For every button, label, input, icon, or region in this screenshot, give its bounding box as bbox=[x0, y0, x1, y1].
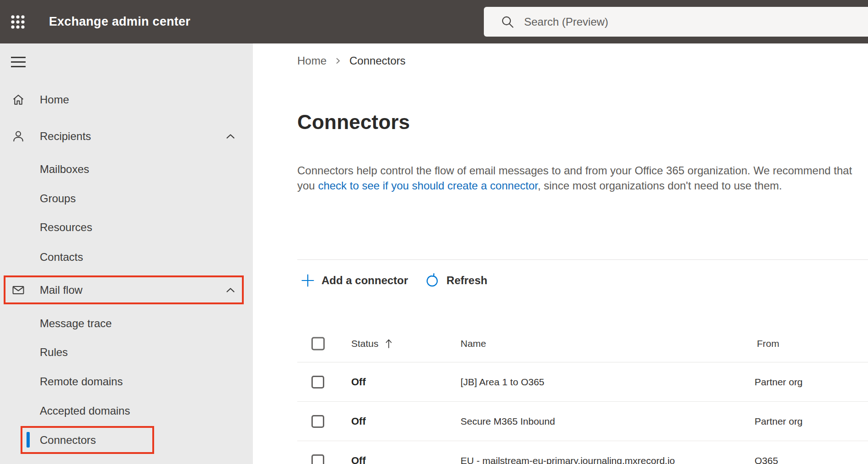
sidebar-item-resources[interactable]: Resources bbox=[0, 213, 253, 242]
sidebar-item-remote-domains[interactable]: Remote domains bbox=[0, 367, 253, 396]
sort-ascending-icon bbox=[385, 338, 393, 350]
search-box[interactable] bbox=[484, 7, 868, 37]
sidebar-item-rules[interactable]: Rules bbox=[0, 338, 253, 367]
sidebar-item-label: Rules bbox=[40, 346, 68, 359]
toolbar-divider bbox=[297, 259, 868, 260]
mail-icon bbox=[11, 283, 26, 297]
sidebar-item-label: Message trace bbox=[40, 317, 112, 330]
sidebar-item-label: Mail flow bbox=[40, 284, 82, 297]
row-checkbox[interactable] bbox=[311, 376, 324, 388]
column-header-name[interactable]: Name bbox=[461, 338, 486, 349]
page-title: Connectors bbox=[297, 111, 410, 134]
status-header-label: Status bbox=[351, 338, 379, 349]
sidebar-item-recipients[interactable]: Recipients bbox=[0, 122, 253, 151]
breadcrumb-current: Connectors bbox=[349, 53, 406, 68]
select-all-checkbox[interactable] bbox=[311, 337, 325, 350]
row-checkbox[interactable] bbox=[311, 415, 324, 428]
home-icon bbox=[11, 92, 26, 107]
add-connector-button[interactable]: Add a connector bbox=[300, 273, 408, 288]
sidebar-item-label: Connectors bbox=[40, 434, 96, 447]
top-app-bar: Exchange admin center bbox=[0, 0, 868, 43]
sidebar-item-label: Home bbox=[40, 93, 69, 106]
waffle-icon bbox=[6, 11, 29, 33]
status-cell: Off bbox=[351, 455, 366, 464]
nav-collapse-button[interactable] bbox=[11, 57, 26, 68]
sidebar-item-label: Contacts bbox=[40, 251, 83, 264]
sidebar-item-label: Mailboxes bbox=[40, 163, 89, 176]
person-icon bbox=[11, 129, 26, 144]
from-cell: O365 bbox=[755, 455, 778, 464]
sidebar-item-label: Remote domains bbox=[40, 375, 123, 388]
refresh-button[interactable]: Refresh bbox=[424, 273, 487, 288]
sidebar-item-home[interactable]: Home bbox=[0, 85, 253, 114]
sidebar-item-label: Recipients bbox=[40, 130, 91, 143]
add-connector-label: Add a connector bbox=[321, 274, 408, 287]
sidebar-item-label: Accepted domains bbox=[40, 405, 130, 417]
table-header-row: Status Name From bbox=[297, 325, 868, 362]
refresh-label: Refresh bbox=[446, 274, 487, 287]
chevron-right-icon bbox=[334, 57, 342, 65]
command-bar: Add a connector Refresh bbox=[300, 270, 488, 291]
chevron-up-icon[interactable] bbox=[225, 285, 236, 296]
breadcrumb-home-link[interactable]: Home bbox=[297, 53, 327, 68]
from-cell: Partner org bbox=[755, 416, 803, 427]
connectors-table: Status Name From Off [JB] Area 1 to O365… bbox=[297, 325, 868, 464]
table-row[interactable]: Off [JB] Area 1 to O365 Partner org bbox=[297, 362, 868, 402]
from-cell: Partner org bbox=[755, 377, 803, 388]
sidebar-item-mail-flow[interactable]: Mail flow bbox=[0, 275, 253, 305]
refresh-icon bbox=[424, 273, 440, 288]
left-navigation-pane: Home Recipients Mailboxes Groups Reso bbox=[0, 43, 253, 464]
description-text: , since most organizations don't need to… bbox=[538, 179, 782, 192]
chevron-up-icon[interactable] bbox=[225, 131, 236, 142]
app-title: Exchange admin center bbox=[49, 0, 190, 43]
sidebar-item-connectors[interactable]: Connectors bbox=[0, 426, 253, 455]
page-description: Connectors help control the flow of emai… bbox=[297, 163, 860, 193]
main-content: Home Connectors Connectors Connectors he… bbox=[253, 43, 868, 464]
sidebar-item-message-trace[interactable]: Message trace bbox=[0, 309, 253, 338]
connector-name-link[interactable]: EU - mailstream-eu-primary.journaling.mx… bbox=[461, 455, 675, 464]
sidebar-item-label: Groups bbox=[40, 192, 76, 205]
exchange-admin-center-window: Exchange admin center Home bbox=[0, 0, 868, 464]
sidebar-item-groups[interactable]: Groups bbox=[0, 184, 253, 213]
sidebar-item-label: Resources bbox=[40, 221, 92, 234]
column-header-status[interactable]: Status bbox=[351, 338, 393, 350]
plus-icon bbox=[300, 273, 315, 288]
table-row[interactable]: Off EU - mailstream-eu-primary.journalin… bbox=[297, 441, 868, 464]
selected-item-indicator bbox=[27, 432, 30, 448]
status-cell: Off bbox=[351, 376, 366, 388]
connector-name-link[interactable]: [JB] Area 1 to O365 bbox=[461, 377, 544, 388]
sidebar-item-mailboxes[interactable]: Mailboxes bbox=[0, 155, 253, 184]
search-input[interactable] bbox=[524, 16, 817, 28]
search-icon bbox=[500, 15, 515, 29]
status-cell: Off bbox=[351, 415, 366, 427]
hamburger-icon bbox=[11, 57, 26, 58]
sidebar-item-accepted-domains[interactable]: Accepted domains bbox=[0, 396, 253, 426]
breadcrumb: Home Connectors bbox=[297, 53, 406, 68]
table-row[interactable]: Off Secure M365 Inbound Partner org bbox=[297, 402, 868, 441]
create-connector-check-link[interactable]: check to see if you should create a conn… bbox=[318, 179, 537, 192]
sidebar-item-contacts[interactable]: Contacts bbox=[0, 243, 253, 272]
row-checkbox[interactable] bbox=[311, 454, 324, 464]
connector-name-link[interactable]: Secure M365 Inbound bbox=[461, 416, 555, 427]
column-header-from[interactable]: From bbox=[757, 338, 779, 349]
app-launcher-button[interactable] bbox=[6, 11, 29, 33]
